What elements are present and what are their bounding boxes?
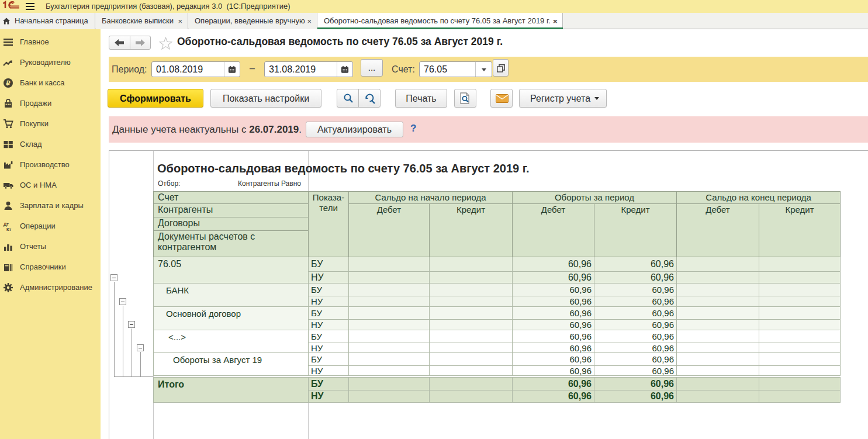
svg-text:₽: ₽ — [6, 79, 11, 87]
svg-text:Кт: Кт — [6, 227, 12, 232]
